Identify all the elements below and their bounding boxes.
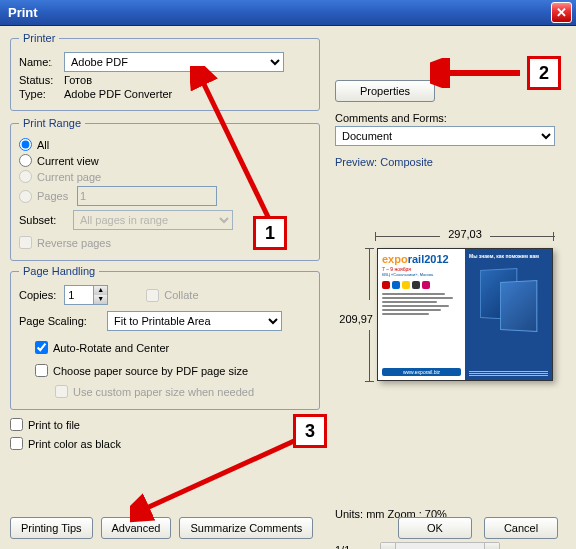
- reverse-pages-check: [19, 236, 32, 249]
- subset-select: All pages in range: [73, 210, 233, 230]
- range-legend: Print Range: [19, 117, 85, 129]
- reverse-pages-label: Reverse pages: [37, 237, 111, 249]
- range-pages-radio: [19, 190, 32, 203]
- type-value: Adobe PDF Converter: [64, 88, 172, 100]
- status-value: Готов: [64, 74, 92, 86]
- printer-legend: Printer: [19, 32, 59, 44]
- print-black-label: Print color as black: [28, 438, 121, 450]
- ok-button[interactable]: OK: [398, 517, 472, 539]
- copies-spinner[interactable]: ▲ ▼: [64, 285, 108, 305]
- summarize-comments-button[interactable]: Summarize Comments: [179, 517, 313, 539]
- type-label: Type:: [19, 88, 64, 100]
- range-all-label: All: [37, 139, 49, 151]
- annotation-box-3: 3: [293, 414, 327, 448]
- close-icon: ✕: [556, 5, 567, 20]
- window-title: Print: [8, 5, 38, 20]
- range-currentpage-radio: [19, 170, 32, 183]
- subset-label: Subset:: [19, 214, 67, 226]
- close-button[interactable]: ✕: [551, 2, 572, 23]
- copies-input[interactable]: [65, 287, 93, 303]
- range-pages-label: Pages: [37, 190, 77, 202]
- range-currentview-label: Current view: [37, 155, 99, 167]
- page-handling-group: Page Handling Copies: ▲ ▼ Collate Page S…: [10, 265, 320, 410]
- advanced-button[interactable]: Advanced: [101, 517, 172, 539]
- range-pages-input: [77, 186, 217, 206]
- handling-legend: Page Handling: [19, 265, 99, 277]
- status-label: Status:: [19, 74, 64, 86]
- printer-group: Printer Name: Adobe PDF Status: Готов Ty…: [10, 32, 320, 111]
- cancel-button[interactable]: Cancel: [484, 517, 558, 539]
- print-to-file-label: Print to file: [28, 419, 80, 431]
- scaling-select[interactable]: Fit to Printable Area: [107, 311, 282, 331]
- collate-label: Collate: [164, 289, 198, 301]
- preview-title: Preview: Composite: [335, 156, 560, 168]
- print-black-check[interactable]: [10, 437, 23, 450]
- titlebar: Print ✕: [0, 0, 576, 26]
- print-to-file-check[interactable]: [10, 418, 23, 431]
- preview-thumbnail: exporail2012 7 – 9 ноября КВЦ «Сокольник…: [377, 248, 553, 381]
- choose-source-label: Choose paper source by PDF page size: [53, 365, 248, 377]
- annotation-box-1: 1: [253, 216, 287, 250]
- range-all-radio[interactable]: [19, 138, 32, 151]
- properties-button[interactable]: Properties: [335, 80, 435, 102]
- copies-label: Copies:: [19, 289, 56, 301]
- printer-name-select[interactable]: Adobe PDF: [64, 52, 284, 72]
- choose-source-check[interactable]: [35, 364, 48, 377]
- printing-tips-button[interactable]: Printing Tips: [10, 517, 93, 539]
- custom-size-label: Use custom paper size when needed: [73, 386, 254, 398]
- name-label: Name:: [19, 56, 64, 68]
- range-currentpage-label: Current page: [37, 171, 101, 183]
- preview-box: 297,03 209,97 exporail2012 7 – 9 ноября …: [335, 228, 560, 428]
- thumb-logo: exporail2012: [382, 253, 461, 265]
- page-indicator: 1/1: [335, 544, 350, 550]
- spinner-down-icon[interactable]: ▼: [93, 295, 107, 304]
- collate-check: [146, 289, 159, 302]
- preview-width: 297,03: [448, 228, 482, 240]
- preview-scrollbar[interactable]: [380, 542, 500, 549]
- preview-height: 209,97: [339, 313, 373, 325]
- autorotate-check[interactable]: [35, 341, 48, 354]
- spinner-up-icon[interactable]: ▲: [93, 286, 107, 295]
- scaling-label: Page Scaling:: [19, 315, 99, 327]
- range-currentview-radio[interactable]: [19, 154, 32, 167]
- autorotate-label: Auto-Rotate and Center: [53, 342, 169, 354]
- annotation-box-2: 2: [527, 56, 561, 90]
- custom-size-check: [55, 385, 68, 398]
- comments-select[interactable]: Document: [335, 126, 555, 146]
- comments-label: Comments and Forms:: [335, 112, 560, 124]
